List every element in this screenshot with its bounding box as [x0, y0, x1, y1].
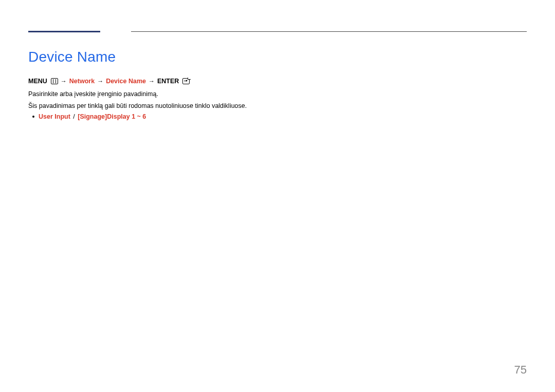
arrow-icon: → [149, 78, 155, 85]
option-separator: / [73, 113, 75, 120]
bullet-dot-icon [32, 116, 34, 118]
nav-device-name: Device Name [106, 78, 146, 85]
short-rule [28, 31, 100, 32]
long-rule [131, 31, 527, 32]
page-number: 75 [514, 363, 527, 377]
options-bullet: User Input / [Signage]Display 1 ~ 6 [28, 113, 527, 120]
nav-network: Network [69, 78, 95, 85]
nav-menu-label: MENU [28, 78, 47, 85]
body-line-1: Pasirinkite arba įveskite įrenginio pava… [28, 89, 527, 100]
arrow-icon: → [97, 78, 103, 85]
menu-icon [51, 78, 58, 84]
header-rules [28, 31, 527, 32]
navigation-path: MENU → Network → Device Name → ENTER [28, 78, 527, 85]
body-line-2: Šis pavadinimas per tinklą gali būti rod… [28, 101, 527, 111]
arrow-icon: → [61, 78, 67, 85]
enter-icon [182, 78, 190, 84]
section-title: Device Name [28, 49, 527, 65]
option-signage: [Signage]Display 1 ~ 6 [78, 113, 146, 120]
nav-enter-label: ENTER [157, 78, 179, 85]
options-text: User Input / [Signage]Display 1 ~ 6 [39, 113, 146, 120]
option-user-input: User Input [39, 113, 70, 120]
